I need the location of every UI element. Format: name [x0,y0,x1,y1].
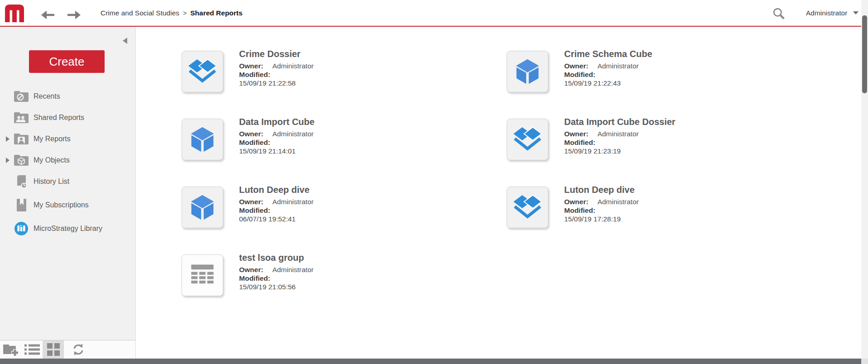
sidebar-item-label: History List [34,177,69,186]
modified-label: Modified: [239,206,270,214]
sidebar-item-label: Shared Reports [34,114,84,122]
user-menu[interactable]: Administrator [806,0,858,26]
expand-caret-icon[interactable] [6,158,14,163]
create-button[interactable]: Create [29,50,105,73]
dossier-icon [513,126,542,153]
sidebar-toolbar [0,340,135,359]
breadcrumb-parent[interactable]: Crime and Social Studies [101,9,179,17]
history-list-icon [14,175,29,188]
modified-value: 15/09/19 21:22:43 [564,79,652,87]
items-grid: Crime Dossier Owner:Administrator Modifi… [136,27,861,320]
refresh-icon [70,343,86,356]
content-item-card[interactable]: Luton Deep dive Owner:Administrator Modi… [507,184,861,252]
sidebar-item-history-list[interactable]: History List [0,171,135,192]
content-item-card[interactable]: Crime Schema Cube Owner:Administrator Mo… [507,48,861,116]
sidebar-item-my-subscriptions[interactable]: My Subscriptions [0,194,135,216]
recents-folder-icon [14,90,29,103]
my-reports-folder-icon [14,132,29,146]
user-name: Administrator [806,9,847,17]
owner-label: Owner: [239,198,263,206]
refresh-button[interactable] [67,340,89,359]
item-details: Data Import Cube Owner:Administrator Mod… [239,116,315,155]
item-title[interactable]: Data Import Cube Dossier [564,116,676,128]
list-view-icon [24,343,40,356]
owner-value: Administrator [272,266,313,273]
content-item-card[interactable]: Crime Dossier Owner:Administrator Modifi… [182,48,507,116]
item-title[interactable]: Data Import Cube [239,116,315,128]
vertical-scrollbar[interactable] [861,0,868,359]
item-icon-tile[interactable] [182,254,223,296]
sidebar-collapse-icon[interactable] [123,38,127,44]
back-arrow-icon[interactable] [41,10,55,20]
modified-label: Modified: [564,139,595,146]
item-icon-tile[interactable] [182,119,223,160]
owner-value: Administrator [272,62,313,70]
modified-label: Modified: [239,274,270,282]
list-view-button[interactable] [21,340,43,359]
item-details: Luton Deep dive Owner:Administrator Modi… [239,184,314,223]
expand-caret-icon[interactable] [6,136,14,142]
modified-value: 15/09/19 21:05:56 [239,283,314,291]
item-details: Crime Dossier Owner:Administrator Modifi… [239,48,314,87]
sidebar-item-my-reports[interactable]: My Reports [0,128,135,149]
sidebar-item-recents[interactable]: Recents [0,86,135,107]
item-title[interactable]: Crime Schema Cube [564,48,652,60]
grid-view-icon [45,343,62,356]
item-icon-tile[interactable] [507,119,548,160]
item-title[interactable]: test lsoa group [239,252,314,263]
owner-label: Owner: [564,198,588,206]
search-icon[interactable] [772,7,785,20]
owner-value: Administrator [597,198,638,206]
owner-value: Administrator [272,130,313,138]
owner-value: Administrator [597,62,638,70]
sidebar-item-microstrategy-library[interactable]: MicroStrategy Library [0,218,135,239]
item-title[interactable]: Crime Dossier [239,48,314,60]
item-title[interactable]: Luton Deep dive [239,184,314,196]
item-icon-tile[interactable] [507,51,548,92]
vertical-scrollbar-thumb[interactable] [862,15,867,93]
content-item-card[interactable]: Luton Deep dive Owner:Administrator Modi… [182,184,507,252]
new-folder-button[interactable] [0,340,21,359]
modified-label: Modified: [564,71,595,78]
owner-value: Administrator [272,198,313,206]
cube-icon [188,194,216,221]
content-item-card[interactable]: Data Import Cube Dossier Owner:Administr… [507,116,861,184]
modified-label: Modified: [239,139,270,146]
sidebar-nav: Recents Shared Reports My Reports My Obj… [0,86,135,239]
item-icon-tile[interactable] [182,51,223,92]
dossier-icon [188,58,216,85]
forward-arrow-icon[interactable] [67,10,81,20]
sidebar-item-label: My Objects [34,156,70,164]
content-item-card[interactable]: Data Import Cube Owner:Administrator Mod… [182,116,507,184]
top-bar: Crime and Social Studies > Shared Report… [0,0,868,27]
main-content: Crime Dossier Owner:Administrator Modifi… [136,27,861,359]
sidebar-item-my-objects[interactable]: My Objects [0,149,135,171]
modified-value: 15/09/19 21:14:01 [239,147,315,155]
owner-value: Administrator [597,130,638,138]
item-icon-tile[interactable] [507,187,548,228]
item-details: Data Import Cube Dossier Owner:Administr… [564,116,676,155]
item-icon-tile[interactable] [182,187,223,228]
owner-label: Owner: [564,62,588,70]
item-details: Luton Deep dive Owner:Administrator Modi… [564,184,639,223]
modified-label: Modified: [239,71,270,78]
item-title[interactable]: Luton Deep dive [564,184,639,196]
new-folder-icon [3,343,19,356]
breadcrumb-separator: > [183,10,187,17]
breadcrumb-current: Shared Reports [190,9,242,17]
scrollbar-corner [861,359,868,364]
modified-label: Modified: [564,206,595,214]
content-item-card[interactable]: test lsoa group Owner:Administrator Modi… [182,252,507,320]
horizontal-scrollbar[interactable] [0,359,868,364]
breadcrumb: Crime and Social Studies > Shared Report… [101,0,243,26]
owner-label: Owner: [564,130,588,138]
modified-value: 06/07/19 19:52:41 [239,215,314,223]
cube-icon [513,58,542,85]
sidebar-item-shared-reports[interactable]: Shared Reports [0,107,135,128]
item-details: Crime Schema Cube Owner:Administrator Mo… [564,48,652,87]
microstrategy-logo[interactable] [4,4,25,22]
microstrategy-library-icon [14,222,29,235]
grid-report-icon [188,262,216,289]
item-details: test lsoa group Owner:Administrator Modi… [239,252,314,291]
grid-view-button[interactable] [43,340,64,359]
